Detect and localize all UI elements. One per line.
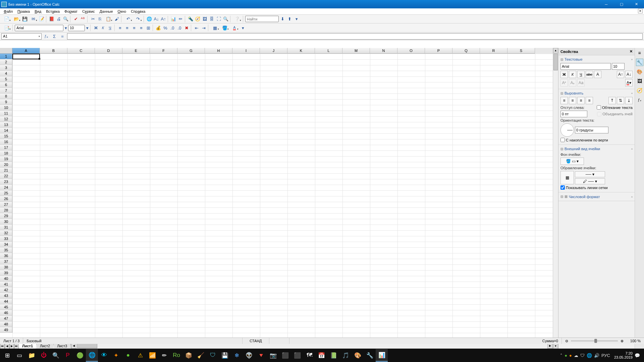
side-bold-button[interactable]: Ж <box>560 71 568 78</box>
merge-cells-button[interactable]: ⊞ <box>145 24 152 31</box>
app-icon-15[interactable]: 🛡 <box>207 349 219 362</box>
tab-last-button[interactable]: ⏭ <box>14 344 19 349</box>
row-header[interactable]: 48 <box>0 321 12 327</box>
sum-button[interactable]: Σ <box>51 33 58 40</box>
row-header[interactable]: 17 <box>0 145 12 150</box>
deck-styles-icon[interactable]: 🎨 <box>636 68 643 75</box>
tray-notifications-icon[interactable]: 💬 <box>635 353 640 358</box>
hyperlink-button[interactable]: 🌐 <box>146 16 153 22</box>
column-header[interactable]: K <box>287 48 315 54</box>
row-header[interactable]: 24 <box>0 185 12 190</box>
row-header[interactable]: 29 <box>0 213 12 219</box>
side-strike-button[interactable]: abc <box>586 71 593 78</box>
row-header[interactable]: 28 <box>0 207 12 213</box>
side-font-size[interactable] <box>612 63 625 70</box>
row-header[interactable]: 36 <box>0 253 12 259</box>
row-header[interactable]: 2 <box>0 59 12 65</box>
status-mode[interactable]: СТАНД <box>243 338 269 344</box>
maximize-button[interactable]: ▢ <box>614 0 629 8</box>
row-header[interactable]: 39 <box>0 270 12 276</box>
row-header[interactable]: 35 <box>0 247 12 253</box>
deck-functions-icon[interactable]: ƒₓ <box>636 96 643 104</box>
row-header[interactable]: 11 <box>0 111 12 116</box>
app-icon-16[interactable]: 💾 <box>219 349 231 362</box>
side-align-center[interactable]: ≡ <box>569 97 576 104</box>
row-header[interactable]: 10 <box>0 105 12 111</box>
row-header[interactable]: 12 <box>0 116 12 122</box>
side-font-name[interactable] <box>560 63 611 70</box>
row-header[interactable]: 41 <box>0 282 12 287</box>
row-header[interactable]: 32 <box>0 230 12 236</box>
app-icon-19[interactable]: 🔻 <box>255 349 267 362</box>
menu-file[interactable]: Файл <box>1 9 15 14</box>
app-icon-6[interactable]: 👁 <box>98 349 110 362</box>
orientation-input[interactable] <box>575 127 608 133</box>
row-header[interactable]: 21 <box>0 168 12 173</box>
row-header[interactable]: 34 <box>0 242 12 247</box>
app-icon-26[interactable]: 🎵 <box>339 349 352 362</box>
column-header[interactable]: G <box>177 48 205 54</box>
app-icon-28[interactable]: 🔧 <box>364 349 376 362</box>
border-color[interactable]: 🖊 ── ▾ <box>575 178 605 184</box>
sidebar-close-button[interactable]: ✕ <box>630 49 633 54</box>
tray-lang[interactable]: РУС <box>601 353 610 358</box>
side-fontcolor-button[interactable]: A▾ <box>625 79 633 86</box>
row-header[interactable]: 37 <box>0 259 12 264</box>
vertical-stack-checkbox[interactable]: С накоплением по верти <box>560 138 608 142</box>
app-icon-27[interactable]: 🎨 <box>352 349 364 362</box>
cell-reference-box[interactable]: A1 <box>1 33 42 40</box>
horizontal-scrollbar[interactable]: ◀ ▶ <box>71 343 553 349</box>
column-header[interactable]: L <box>315 48 342 54</box>
function-wizard-button[interactable]: ƒₓ <box>43 33 50 40</box>
tray-icon-2[interactable]: ● <box>569 353 572 358</box>
zoom-slider[interactable] <box>571 340 618 342</box>
undo-button[interactable]: ↶ <box>123 16 133 22</box>
sheet-tab-1[interactable]: Лист1 <box>18 343 37 349</box>
row-header[interactable]: 33 <box>0 236 12 242</box>
select-all-corner[interactable] <box>0 48 12 54</box>
row-header[interactable]: 8 <box>0 94 12 99</box>
currency-button[interactable]: 💰 <box>155 24 162 31</box>
row-header[interactable]: 20 <box>0 162 12 168</box>
column-header[interactable]: A <box>12 48 40 54</box>
column-header[interactable]: J <box>260 48 287 54</box>
menu-window[interactable]: Окно <box>115 9 129 14</box>
find-replace-button[interactable]: 🔦 <box>187 16 194 22</box>
row-header[interactable]: 38 <box>0 264 12 270</box>
app-icon-23[interactable]: 🗺 <box>303 349 315 362</box>
minimize-button[interactable]: ─ <box>599 0 614 8</box>
sheet-tab-3[interactable]: Лист3 <box>53 343 71 349</box>
styles-button[interactable]: 📑 <box>2 24 11 31</box>
autospell-button[interactable]: ᴬᴮ <box>79 16 86 22</box>
find-options-button[interactable]: ▾ <box>293 16 300 22</box>
menu-data[interactable]: Данные <box>97 9 115 14</box>
toolbar-options-button[interactable]: ▾ <box>239 24 246 31</box>
row-header[interactable]: 26 <box>0 196 12 202</box>
column-header[interactable]: E <box>122 48 150 54</box>
find-next-button[interactable]: ⬇ <box>279 16 286 22</box>
bold-button[interactable]: Ж <box>93 24 99 31</box>
gallery-button[interactable]: 🖼 <box>201 16 208 22</box>
format-paint-button[interactable]: 🖌 <box>113 16 120 22</box>
row-header[interactable]: 43 <box>0 293 12 299</box>
column-header[interactable]: B <box>40 48 67 54</box>
app-icon-11[interactable]: ✏ <box>158 349 170 362</box>
row-header[interactable]: 42 <box>0 287 12 293</box>
system-clock[interactable]: 7:20 23.05.2019 <box>614 351 633 359</box>
fontcolor-button[interactable]: A <box>230 24 239 31</box>
column-header[interactable]: I <box>232 48 260 54</box>
side-align-right[interactable]: ≡ <box>577 97 585 104</box>
increase-indent-button[interactable]: ⇥ <box>200 24 207 31</box>
deck-gallery-icon[interactable]: 🖼 <box>636 77 643 85</box>
panel-cell-title[interactable]: Внешний вид ячейки▫ <box>560 146 633 152</box>
align-right-button[interactable]: ≡ <box>131 24 138 31</box>
cell-bg-picker[interactable]: 🪣 ▭ ▾ <box>560 158 584 165</box>
align-left-button[interactable]: ≡ <box>117 24 123 31</box>
sort-desc-button[interactable]: A↑ <box>160 16 167 22</box>
side-valign-top[interactable]: ⤒ <box>608 97 616 104</box>
explorer-icon[interactable]: 📁 <box>25 349 38 362</box>
tray-icon-4[interactable]: 🛡 <box>580 353 585 358</box>
percent-button[interactable]: % <box>162 24 169 31</box>
app-icon-20[interactable]: 📷 <box>267 349 279 362</box>
taskbar-openoffice[interactable]: 📊 <box>376 349 388 362</box>
